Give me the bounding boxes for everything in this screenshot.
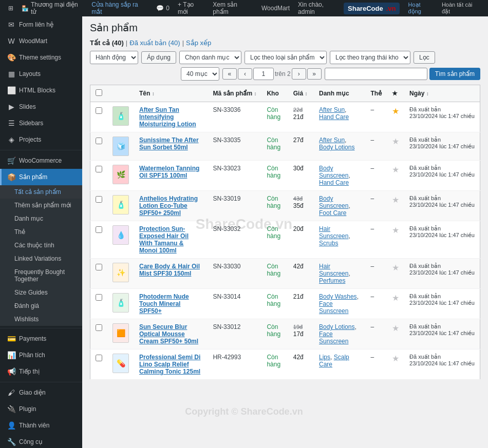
- sidebar-item-theme[interactable]: 🎨 Theme settings: [0, 49, 82, 66]
- product-name-link[interactable]: Professional Semi Di Lino Scalp Relief C…: [139, 354, 200, 375]
- category-select[interactable]: Chọn danh mục: [179, 51, 241, 64]
- sidebar-item-woodmart[interactable]: W WoodMart: [0, 33, 82, 49]
- apply-button[interactable]: Áp dụng: [141, 51, 176, 64]
- category-link[interactable]: Body Sunscreen: [319, 195, 348, 209]
- last-page-button[interactable]: »: [307, 68, 322, 80]
- sidebar-subitem-size-guides[interactable]: Size Guides: [0, 286, 82, 299]
- featured-star-button[interactable]: ★: [392, 106, 399, 116]
- category-link[interactable]: Scrubs: [319, 240, 338, 247]
- row-checkbox[interactable]: [96, 166, 102, 172]
- tab-sort[interactable]: Sắp xếp: [186, 39, 211, 47]
- sidebar-item-plugin[interactable]: 🔌 Plugin: [0, 401, 82, 417]
- col-price[interactable]: Giá ↕: [288, 85, 314, 102]
- store-name[interactable]: Cửa hàng sắp ra mắt: [87, 0, 152, 16]
- row-checkbox[interactable]: [96, 226, 102, 233]
- filter-button[interactable]: Lọc: [414, 51, 435, 64]
- sidebar-item-products[interactable]: 📦 Sản phẩm: [0, 169, 82, 185]
- row-checkbox[interactable]: [96, 294, 102, 301]
- category-link[interactable]: Hair Sunscreen: [319, 263, 348, 277]
- woomart[interactable]: WoodMart: [257, 0, 294, 16]
- action-select[interactable]: Hành động: [90, 51, 138, 64]
- category-link[interactable]: After Sun: [319, 106, 345, 113]
- product-name-link[interactable]: Care Body & Hair Oil Mist SPF30 150ml: [139, 263, 200, 277]
- comments[interactable]: 💬 0: [152, 0, 174, 16]
- col-name[interactable]: Tên ↕: [134, 85, 208, 102]
- featured-star-button[interactable]: ★: [392, 354, 399, 363]
- sidebar-subitem-all-products[interactable]: Tất cả sản phẩm: [0, 185, 82, 199]
- category-link[interactable]: Face Sunscreen: [319, 330, 348, 345]
- prev-page-button[interactable]: ‹: [238, 68, 252, 80]
- category-link[interactable]: Hand Care: [319, 113, 349, 121]
- row-checkbox[interactable]: [96, 107, 102, 114]
- sidebar-item-html-blocks[interactable]: ⬜ HTML Blocks: [0, 82, 82, 99]
- sidebar-subitem-categories[interactable]: Danh mục: [0, 212, 82, 225]
- product-name-link[interactable]: Protection Sun-Exposed Hair Oil With Tam…: [139, 225, 189, 254]
- search-button[interactable]: Tìm sản phẩm: [429, 68, 480, 80]
- category-link[interactable]: After Sun: [319, 137, 345, 144]
- next-page-button[interactable]: ›: [292, 68, 306, 80]
- current-page-input[interactable]: [253, 68, 274, 80]
- sidebar-item-appearance[interactable]: 🖌 Giao diện: [0, 384, 82, 401]
- sidebar-item-users[interactable]: 👤 Thành viên: [0, 417, 82, 434]
- sidebar-item-sidebars[interactable]: ☰ Sidebars: [0, 115, 82, 131]
- sidebar-item-payments[interactable]: 💳 Payments: [0, 330, 82, 347]
- category-link[interactable]: Body Washes: [319, 293, 357, 300]
- greeting[interactable]: Xin chào, admin: [294, 0, 344, 16]
- col-sku[interactable]: Mã sản phẩm ↕: [208, 85, 261, 102]
- row-checkbox[interactable]: [96, 355, 102, 361]
- sidebar-subitem-add-product[interactable]: Thêm sản phẩm mới: [0, 199, 82, 212]
- row-checkbox[interactable]: [96, 196, 102, 203]
- sidebar-item-woocommerce[interactable]: 🛒 WooCommerce: [0, 152, 82, 169]
- sidebar-subitem-attributes[interactable]: Các thuộc tính: [0, 239, 82, 252]
- search-input[interactable]: [325, 68, 427, 80]
- col-date[interactable]: Ngày ↕: [404, 85, 480, 102]
- first-page-button[interactable]: «: [222, 68, 237, 80]
- tab-all[interactable]: Tất cả (40): [90, 39, 124, 47]
- site-name[interactable]: 🏪 Thương mại điện tử: [17, 0, 87, 16]
- sidebar-subitem-reviews[interactable]: Đánh giá: [0, 299, 82, 313]
- featured-star-button[interactable]: ★: [392, 195, 399, 205]
- category-link[interactable]: Hair Sunscreen: [319, 225, 348, 240]
- wp-logo[interactable]: ⊞: [4, 0, 17, 16]
- row-checkbox[interactable]: [96, 264, 102, 270]
- sidebar-item-layouts[interactable]: ▦ Layouts: [0, 66, 82, 82]
- sidebar-item-tools[interactable]: 🔧 Công cụ: [0, 434, 82, 448]
- sidebar-subitem-tags[interactable]: Thẻ: [0, 225, 82, 239]
- cancel-setup[interactable]: Hoàn tất cài đặt: [438, 0, 484, 16]
- status-filter-select[interactable]: Lọc theo trạng thái kho: [330, 51, 410, 64]
- category-link[interactable]: Lips: [319, 354, 330, 361]
- tab-published[interactable]: Đã xuất bản (40): [129, 39, 180, 47]
- sidebar-item-projects[interactable]: ◈ Projects: [0, 131, 82, 148]
- featured-star-button[interactable]: ★: [392, 165, 399, 174]
- featured-star-button[interactable]: ★: [392, 263, 399, 272]
- view-store[interactable]: Xem sản phẩm: [209, 0, 257, 16]
- sidebar-subitem-wishlists[interactable]: Wishlists: [0, 313, 82, 326]
- category-link[interactable]: Foot Care: [319, 209, 346, 217]
- category-link[interactable]: Body Lotions: [319, 323, 354, 330]
- sidebar-item-marketing[interactable]: 📢 Tiếp thị: [0, 363, 82, 380]
- row-checkbox[interactable]: [96, 138, 102, 144]
- product-name-link[interactable]: Watermelon Tanning Oil SPF15 100ml: [139, 165, 199, 179]
- product-name-link[interactable]: After Sun Tan Intensifying Moisturizing …: [139, 106, 196, 128]
- product-name-link[interactable]: Sun Secure Blur Optical Mousse Cream SPF…: [139, 323, 198, 345]
- type-filter-select[interactable]: Lọc theo loại sản phẩm: [245, 51, 327, 64]
- create-new[interactable]: + Tạo mới: [174, 0, 209, 16]
- product-name-link[interactable]: Photoderm Nude Touch Mineral SPF50+: [139, 293, 189, 315]
- select-all-checkbox[interactable]: [96, 89, 102, 96]
- per-page-select[interactable]: 40 mục: [181, 67, 219, 81]
- sidebar-subitem-linked-variations[interactable]: Linked Variations: [0, 252, 82, 265]
- category-link[interactable]: Face Sunscreen: [319, 300, 348, 315]
- row-checkbox[interactable]: [96, 324, 102, 331]
- featured-star-button[interactable]: ★: [392, 225, 399, 235]
- sidebar-item-slides[interactable]: ▶ Slides: [0, 99, 82, 115]
- category-link[interactable]: Perfumes: [319, 277, 345, 284]
- category-link[interactable]: Body Lotions: [319, 144, 354, 151]
- sidebar-item-email[interactable]: ✉ Form liên hệ: [0, 16, 82, 33]
- product-name-link[interactable]: Sunissime The After Sun Sorbet 50ml: [139, 137, 199, 151]
- featured-star-button[interactable]: ★: [392, 137, 399, 146]
- product-name-link[interactable]: Anthelios Hydrating Lotion Eco-Tube SPF5…: [139, 195, 198, 217]
- sidebar-subitem-frequently-bought[interactable]: Frequently Bought Together: [0, 265, 82, 286]
- category-link[interactable]: Body Sunscreen: [319, 165, 348, 179]
- sidebar-item-analytics[interactable]: 📊 Phân tích: [0, 347, 82, 363]
- featured-star-button[interactable]: ★: [392, 293, 399, 303]
